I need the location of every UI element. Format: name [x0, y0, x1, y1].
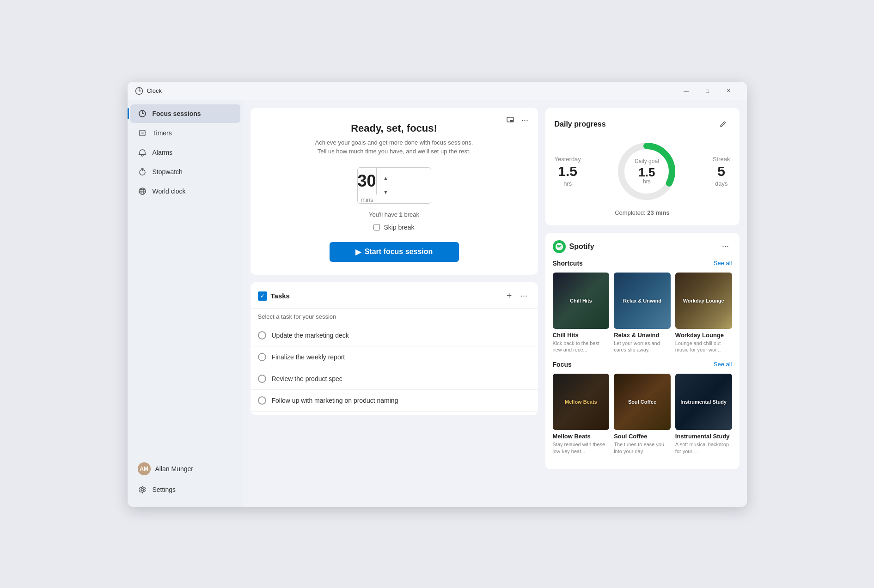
task-label-3: Review the product spec	[272, 375, 342, 382]
close-button[interactable]: ✕	[718, 84, 740, 98]
sidebar-item-focus-sessions[interactable]: Focus sessions	[130, 104, 240, 123]
app-title: Clock	[147, 87, 676, 94]
settings-icon	[138, 485, 147, 494]
task-radio-2[interactable]	[258, 353, 266, 361]
task-item[interactable]: Finalize the weekly report	[251, 346, 538, 368]
mellow-beats-thumb-inner: Mellow Beats	[553, 374, 610, 430]
instrumental-study-thumb: Instrumental Study	[675, 374, 732, 430]
streak-value: 5	[717, 164, 725, 178]
spotify-logo: Spotify	[553, 240, 719, 253]
skip-break-label[interactable]: Skip break	[373, 224, 414, 231]
yesterday-stat: Yesterday 1.5 hrs	[555, 156, 581, 187]
spotify-card: Spotify ··· Shortcuts See all Ch	[545, 233, 740, 470]
donut-center: Daily goal 1.5 hrs	[635, 158, 659, 185]
see-all-shortcuts-button[interactable]: See all	[714, 260, 732, 267]
time-arrows: ▲ ▼	[377, 171, 395, 199]
relax-unwind-name: Relax & Unwind	[614, 332, 671, 339]
play-icon: ▶	[355, 248, 361, 256]
spotify-more-button[interactable]: ···	[719, 240, 732, 253]
break-info: You'll have 1 break	[369, 211, 419, 218]
donut-goal-label: Daily goal	[635, 158, 659, 164]
donut-goal-value: 1.5	[635, 166, 659, 178]
relax-unwind-thumb-inner: Relax & Unwind	[614, 273, 671, 329]
relax-unwind-thumb: Relax & Unwind	[614, 273, 671, 329]
task-item[interactable]: Follow up with marketing on product nami…	[251, 390, 538, 412]
main-layout: Focus sessions Timers Al	[128, 100, 747, 507]
tasks-add-button[interactable]: +	[503, 290, 516, 303]
playlist-item-chill-hits[interactable]: Chill Hits Chill Hits Kick back to the b…	[553, 273, 610, 353]
daily-progress-card: Daily progress Yesterday 1.5 hrs	[545, 108, 740, 225]
sidebar-settings-label: Settings	[153, 486, 176, 493]
yesterday-label: Yesterday	[555, 156, 581, 163]
playlist-item-instrumental-study[interactable]: Instrumental Study Instrumental Study A …	[675, 374, 732, 455]
completed-value: 23 mins	[647, 209, 669, 216]
pip-button[interactable]	[503, 113, 518, 128]
tasks-header: ✓ Tasks + ···	[251, 290, 538, 309]
playlist-item-soul-coffee[interactable]: Soul Coffee Soul Coffee The tunes to eas…	[614, 374, 671, 455]
task-item[interactable]: Update the marketing deck	[251, 325, 538, 346]
start-focus-session-button[interactable]: ▶ Start focus session	[330, 242, 459, 262]
task-radio-3[interactable]	[258, 375, 266, 383]
progress-completed: Completed: 23 mins	[555, 209, 730, 216]
shortcuts-header: Shortcuts See all	[553, 260, 732, 267]
tasks-subtitle: Select a task for your session	[251, 309, 538, 325]
sidebar-item-world-clock[interactable]: World clock	[130, 182, 240, 200]
user-profile[interactable]: AM Allan Munger	[130, 458, 240, 480]
minimize-button[interactable]: —	[676, 84, 697, 98]
instrumental-study-name: Instrumental Study	[675, 433, 732, 440]
mellow-beats-desc: Stay relaxed with these low-key beat...	[553, 441, 610, 455]
sidebar-item-timers[interactable]: Timers	[130, 124, 240, 142]
progress-title: Daily progress	[555, 120, 715, 128]
task-label-1: Update the marketing deck	[272, 332, 349, 339]
playlist-item-workday-lounge[interactable]: Workday Lounge Workday Lounge Lounge and…	[675, 273, 732, 353]
sidebar-footer: AM Allan Munger Settings	[128, 454, 243, 503]
focus-subtitle: Achieve your goals and get more done wit…	[315, 138, 473, 156]
chill-hits-name: Chill Hits	[553, 332, 610, 339]
world-clock-icon	[138, 187, 147, 196]
relax-unwind-desc: Let your worries and cares slip away.	[614, 340, 671, 353]
soul-coffee-thumb-inner: Soul Coffee	[614, 374, 671, 430]
time-unit: mins	[361, 196, 373, 203]
skip-break-text: Skip break	[384, 224, 414, 231]
mellow-beats-name: Mellow Beats	[553, 433, 610, 440]
mellow-beats-thumb: Mellow Beats	[553, 374, 610, 430]
task-item[interactable]: Review the product spec	[251, 368, 538, 390]
streak-stat: Streak 5 days	[713, 156, 730, 187]
time-decrement-button[interactable]: ▼	[377, 185, 395, 199]
playlist-item-mellow-beats[interactable]: Mellow Beats Mellow Beats Stay relaxed w…	[553, 374, 610, 455]
spotify-header: Spotify ···	[553, 240, 732, 253]
sidebar-timers-label: Timers	[153, 129, 172, 137]
shortcuts-grid: Chill Hits Chill Hits Kick back to the b…	[553, 273, 732, 353]
time-picker: 30 mins ▲ ▼	[357, 167, 431, 204]
timers-icon	[138, 128, 147, 138]
instrumental-study-desc: A soft musical backdrop for your ...	[675, 441, 732, 455]
task-radio-1[interactable]	[258, 331, 266, 339]
playlist-item-relax-unwind[interactable]: Relax & Unwind Relax & Unwind Let your w…	[614, 273, 671, 353]
focus-card: ··· Ready, set, focus! Achieve your goal…	[251, 108, 538, 275]
soul-coffee-thumb: Soul Coffee	[614, 374, 671, 430]
left-column: ··· Ready, set, focus! Achieve your goal…	[251, 108, 538, 499]
svg-point-16	[141, 488, 143, 491]
soul-coffee-name: Soul Coffee	[614, 433, 671, 440]
yesterday-unit: hrs	[563, 180, 572, 187]
spotify-icon	[553, 240, 566, 253]
maximize-button[interactable]: □	[697, 84, 718, 98]
sidebar: Focus sessions Timers Al	[128, 100, 243, 507]
edit-progress-button[interactable]	[715, 117, 730, 132]
see-all-focus-button[interactable]: See all	[714, 361, 732, 368]
workday-lounge-thumb: Workday Lounge	[675, 273, 732, 329]
tasks-more-button[interactable]: ···	[518, 290, 531, 303]
instrumental-study-thumb-inner: Instrumental Study	[675, 374, 732, 430]
focus-title: Ready, set, focus!	[351, 122, 437, 134]
task-radio-4[interactable]	[258, 396, 266, 405]
focus-menu-button[interactable]: ···	[518, 113, 532, 128]
svg-rect-18	[510, 120, 513, 122]
sidebar-item-settings[interactable]: Settings	[130, 480, 240, 499]
skip-break-checkbox[interactable]	[373, 224, 380, 230]
focus-grid: Mellow Beats Mellow Beats Stay relaxed w…	[553, 374, 732, 455]
time-increment-button[interactable]: ▲	[377, 171, 395, 185]
title-bar: Clock — □ ✕	[128, 82, 747, 100]
sidebar-item-alarms[interactable]: Alarms	[130, 143, 240, 162]
sidebar-item-stopwatch[interactable]: Stopwatch	[130, 163, 240, 181]
workday-lounge-thumb-inner: Workday Lounge	[675, 273, 732, 329]
